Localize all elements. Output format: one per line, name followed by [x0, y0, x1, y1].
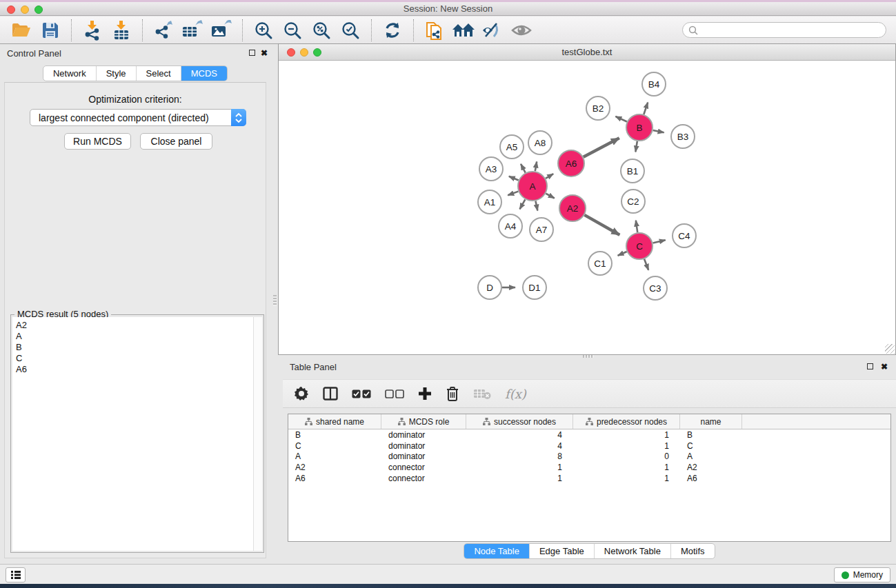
node-A[interactable]: A [518, 172, 547, 201]
tab-node-table[interactable]: Node Table [464, 544, 530, 558]
node-C1[interactable]: C1 [588, 252, 612, 275]
node-B3[interactable]: B3 [671, 125, 695, 148]
tab-mcds[interactable]: MCDS [181, 66, 227, 81]
mcds-result-item[interactable]: B [16, 342, 253, 353]
add-icon[interactable] [418, 387, 432, 401]
zoom-selected-icon[interactable] [339, 19, 362, 42]
tab-style[interactable]: Style [97, 66, 137, 81]
hide-eye-icon[interactable] [481, 19, 504, 42]
cell-name[interactable]: A [680, 452, 742, 461]
tab-edge-table[interactable]: Edge Table [530, 544, 595, 558]
mcds-result-item[interactable]: A6 [16, 364, 253, 375]
control-panel-close-icon[interactable]: ✖ [261, 50, 268, 57]
cell-shared-name[interactable]: B [288, 430, 381, 440]
node-B1[interactable]: B1 [621, 159, 644, 183]
show-eye-icon[interactable] [510, 19, 533, 42]
zoom-fit-icon[interactable] [310, 19, 333, 42]
export-image-icon[interactable] [210, 19, 233, 42]
cell-MCDS-role[interactable]: dominator [381, 452, 466, 461]
result-scrollbar[interactable] [253, 317, 262, 551]
cell-predecessor-nodes[interactable]: 0 [573, 452, 680, 461]
mcds-result-item[interactable]: A2 [16, 320, 253, 331]
node-C2[interactable]: C2 [621, 190, 645, 213]
node-A7[interactable]: A7 [530, 218, 553, 241]
deselect-all-icon[interactable] [385, 389, 404, 398]
cell-successor-nodes[interactable]: 4 [466, 441, 573, 451]
table-row[interactable]: A6connector11A6 [288, 473, 890, 484]
cell-predecessor-nodes[interactable]: 1 [573, 474, 680, 483]
tab-select[interactable]: Select [137, 66, 181, 81]
node-A1[interactable]: A1 [478, 190, 501, 214]
tab-network-table[interactable]: Network Table [595, 544, 671, 558]
edge-B-B4[interactable] [644, 103, 648, 114]
cell-MCDS-role[interactable]: connector [381, 474, 466, 483]
open-session-icon[interactable] [10, 19, 33, 42]
export-table-icon[interactable] [181, 19, 204, 42]
close-window-icon[interactable] [7, 6, 15, 14]
refresh-icon[interactable] [381, 19, 404, 42]
mcds-result-list[interactable]: A2ABCA6 [12, 317, 253, 551]
column-header-predecessor-nodes[interactable]: predecessor nodes [573, 414, 680, 429]
edge-C-C1[interactable] [618, 252, 627, 256]
cell-MCDS-role[interactable]: dominator [381, 430, 466, 440]
tab-motifs[interactable]: Motifs [671, 544, 715, 558]
export-network-icon[interactable] [152, 19, 175, 42]
cell-successor-nodes[interactable]: 4 [466, 430, 573, 440]
mcds-result-item[interactable]: A [16, 331, 253, 342]
edge-A2-C[interactable] [584, 215, 619, 235]
mcds-result-item[interactable]: C [16, 353, 253, 364]
edge-A-A1[interactable] [508, 192, 518, 196]
node-A5[interactable]: A5 [500, 135, 524, 159]
table-row[interactable]: A2connector11A2 [288, 462, 890, 473]
edge-A-A3[interactable] [509, 176, 519, 181]
cell-shared-name[interactable]: C [288, 441, 381, 451]
home-icon[interactable] [452, 19, 475, 42]
resize-grip-icon[interactable] [885, 344, 895, 354]
select-all-icon[interactable] [352, 389, 371, 398]
cell-MCDS-role[interactable]: dominator [381, 441, 466, 451]
edge-C-C2[interactable] [636, 221, 637, 232]
node-A2[interactable]: A2 [559, 195, 586, 221]
node-B[interactable]: B [626, 114, 653, 141]
cell-MCDS-role[interactable]: connector [381, 463, 466, 472]
search-input[interactable] [701, 26, 880, 35]
tab-network[interactable]: Network [43, 66, 97, 81]
node-A6[interactable]: A6 [558, 150, 584, 176]
network-graph[interactable]: AA1A2A3A4A5A6A7A8BB1B2B3B4CC1C2C3C4DD1 [279, 61, 895, 354]
network-minimize-icon[interactable] [300, 48, 308, 57]
task-history-button[interactable] [6, 567, 26, 582]
node-C3[interactable]: C3 [644, 276, 667, 300]
zoom-in-icon[interactable] [252, 19, 275, 42]
table-panel-float-icon[interactable] [867, 363, 873, 369]
edge-B-B3[interactable] [653, 130, 664, 132]
cell-shared-name[interactable]: A2 [288, 463, 381, 472]
cell-successor-nodes[interactable]: 8 [466, 452, 573, 461]
horizontal-splitter-handle[interactable] [583, 355, 594, 358]
cell-shared-name[interactable]: A6 [288, 474, 381, 483]
run-mcds-button[interactable]: Run MCDS [64, 133, 131, 150]
column-header-shared-name[interactable]: shared name [288, 414, 381, 429]
node-A4[interactable]: A4 [499, 214, 522, 238]
cell-name[interactable]: A6 [680, 474, 742, 483]
close-panel-button[interactable]: Close panel [140, 133, 212, 150]
clone-network-icon[interactable] [423, 19, 446, 42]
node-C[interactable]: C [626, 233, 653, 259]
table-panel-close-icon[interactable]: ✖ [881, 363, 888, 370]
edge-A-A2[interactable] [546, 194, 554, 199]
table-row[interactable]: Bdominator41B [288, 429, 890, 440]
save-session-icon[interactable] [39, 19, 62, 42]
edge-A6-B[interactable] [584, 138, 619, 156]
network-canvas[interactable]: AA1A2A3A4A5A6A7A8BB1B2B3B4CC1C2C3C4DD1 [279, 61, 895, 354]
column-header-name[interactable]: name [680, 414, 742, 429]
network-window-titlebar[interactable]: testGlobe.txt [279, 44, 895, 61]
node-C4[interactable]: C4 [673, 224, 696, 247]
cell-name[interactable]: B [680, 430, 742, 440]
delete-icon[interactable] [446, 386, 459, 401]
edge-C-C4[interactable] [653, 240, 665, 243]
memory-button[interactable]: Memory [834, 567, 890, 582]
table-row[interactable]: Adominator80A [288, 452, 890, 463]
node-A3[interactable]: A3 [479, 157, 503, 181]
cell-successor-nodes[interactable]: 1 [466, 463, 573, 472]
criterion-select[interactable]: largest connected component (directed) [30, 109, 246, 126]
vertical-splitter-handle[interactable] [273, 295, 277, 306]
